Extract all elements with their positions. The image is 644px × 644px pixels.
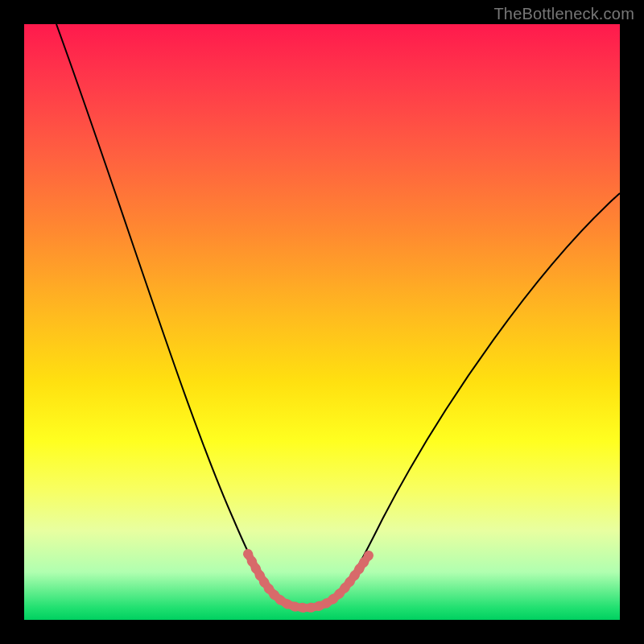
plot-area	[24, 24, 620, 620]
bottleneck-curve	[56, 24, 620, 608]
curve-layer	[24, 24, 620, 620]
chart-frame: TheBottleneck.com	[0, 0, 644, 644]
watermark-text: TheBottleneck.com	[493, 5, 634, 23]
highlight-segment-core	[248, 554, 369, 608]
